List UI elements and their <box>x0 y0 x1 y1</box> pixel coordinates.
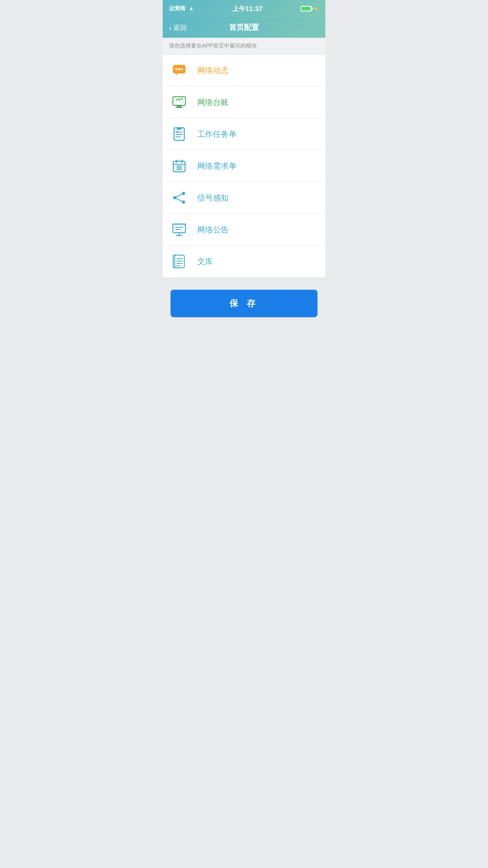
svg-point-21 <box>182 192 185 195</box>
label-network-demand: 网络需求单 <box>197 161 237 171</box>
svg-line-24 <box>176 199 182 201</box>
share-icon <box>171 189 188 206</box>
list-item-network-demand[interactable]: 网络需求单 <box>163 150 325 182</box>
nav-bar: ‹ 返回 首页配置 <box>163 17 325 38</box>
label-network-notice: 网络公告 <box>197 224 229 235</box>
save-button[interactable]: 保 存 <box>171 290 317 317</box>
back-label: 返回 <box>173 23 187 32</box>
label-network-ledger: 网络台账 <box>197 97 229 108</box>
subtitle-text: 请您选择要在APP首页中展示的模块 <box>169 42 257 49</box>
label-signal-sense: 信号感知 <box>197 193 229 203</box>
label-library: 文库 <box>197 256 213 267</box>
svg-point-3 <box>181 68 183 70</box>
list-icon <box>171 253 188 270</box>
label-work-task: 工作任务单 <box>197 129 237 140</box>
svg-rect-9 <box>177 128 182 130</box>
task-icon <box>171 125 188 143</box>
carrier-wifi: 运营商 ▲ <box>169 5 194 12</box>
svg-rect-7 <box>176 107 183 108</box>
battery-fill <box>301 7 310 11</box>
back-chevron-icon: ‹ <box>169 24 172 31</box>
bolt-icon: ⚡ <box>313 6 319 11</box>
list-item-network-dynamics[interactable]: 网络动态 <box>163 55 325 86</box>
module-list: 网络动态 网络台账 工作任务单 <box>163 55 325 277</box>
calendar-icon <box>171 157 188 175</box>
page-title: 首页配置 <box>229 22 259 33</box>
svg-marker-4 <box>176 74 177 76</box>
list-item-library[interactable]: 文库 <box>163 246 325 277</box>
list-item-network-ledger[interactable]: 网络台账 <box>163 86 325 118</box>
status-time: 上午11:37 <box>232 4 262 13</box>
svg-point-22 <box>182 200 185 204</box>
label-network-dynamics: 网络动态 <box>197 65 229 76</box>
back-button[interactable]: ‹ 返回 <box>169 23 187 32</box>
wifi-icon: ▲ <box>189 5 194 11</box>
battery-area: ⚡ <box>301 6 319 11</box>
presentation-icon <box>171 221 188 238</box>
carrier-label: 运营商 <box>169 5 185 11</box>
svg-point-1 <box>176 68 178 70</box>
status-bar: 运营商 ▲ 上午11:37 ⚡ <box>163 0 325 17</box>
svg-point-20 <box>173 196 176 199</box>
svg-point-2 <box>178 68 180 70</box>
list-item-work-task[interactable]: 工作任务单 <box>163 118 325 150</box>
list-item-network-notice[interactable]: 网络公告 <box>163 214 325 246</box>
svg-line-23 <box>176 194 182 197</box>
battery-icon <box>301 6 312 11</box>
list-item-signal-sense[interactable]: 信号感知 <box>163 182 325 214</box>
monitor-icon <box>171 94 188 111</box>
subtitle-bar: 请您选择要在APP首页中展示的模块 <box>163 38 325 55</box>
svg-rect-5 <box>173 97 185 105</box>
svg-rect-25 <box>173 224 185 233</box>
chat-icon <box>171 62 188 79</box>
bottom-area: 保 存 <box>163 277 325 330</box>
svg-rect-6 <box>177 105 182 107</box>
